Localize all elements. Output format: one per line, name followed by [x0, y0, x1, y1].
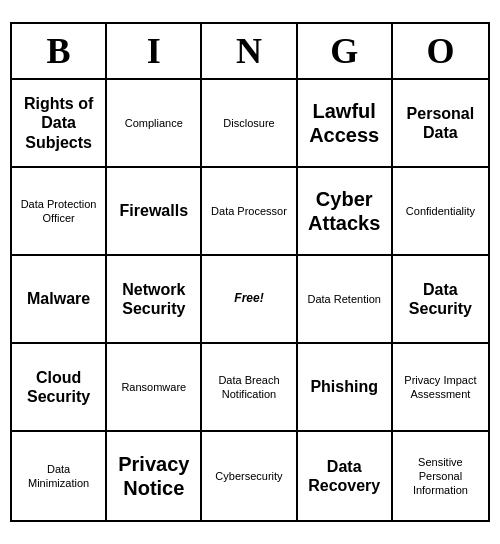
cell-label: Data Retention [308, 292, 381, 306]
cell-label: Data Protection Officer [16, 197, 101, 226]
bingo-cell: Ransomware [107, 344, 202, 432]
bingo-cell: Malware [12, 256, 107, 344]
cell-label: Lawful Access [302, 99, 387, 147]
bingo-cell: Disclosure [202, 80, 297, 168]
cell-label: Data Security [397, 280, 484, 318]
bingo-cell: Privacy Impact Assessment [393, 344, 488, 432]
bingo-card: BINGO Rights of Data SubjectsComplianceD… [10, 22, 490, 522]
bingo-cell: Rights of Data Subjects [12, 80, 107, 168]
bingo-cell: Data Recovery [298, 432, 393, 520]
bingo-cell: Data Protection Officer [12, 168, 107, 256]
bingo-cell: Cloud Security [12, 344, 107, 432]
bingo-cell: Network Security [107, 256, 202, 344]
bingo-cell: Personal Data [393, 80, 488, 168]
bingo-cell: Compliance [107, 80, 202, 168]
cell-label: Malware [27, 289, 90, 308]
header-letter: O [393, 24, 488, 78]
cell-label: Network Security [111, 280, 196, 318]
bingo-cell: Data Processor [202, 168, 297, 256]
cell-label: Data Processor [211, 204, 287, 218]
bingo-cell: Data Minimization [12, 432, 107, 520]
bingo-cell: Privacy Notice [107, 432, 202, 520]
bingo-cell: Free! [202, 256, 297, 344]
cell-label: Free! [234, 291, 263, 307]
cell-label: Compliance [125, 116, 183, 130]
cell-label: Privacy Notice [111, 452, 196, 500]
cell-label: Firewalls [120, 201, 188, 220]
cell-label: Data Minimization [16, 462, 101, 491]
header-letter: I [107, 24, 202, 78]
bingo-cell: Lawful Access [298, 80, 393, 168]
cell-label: Cloud Security [16, 368, 101, 406]
cell-label: Disclosure [223, 116, 274, 130]
bingo-cell: Data Retention [298, 256, 393, 344]
bingo-cell: Cyber Attacks [298, 168, 393, 256]
cell-label: Rights of Data Subjects [16, 94, 101, 152]
header-letter: G [298, 24, 393, 78]
cell-label: Personal Data [397, 104, 484, 142]
cell-label: Data Breach Notification [206, 373, 291, 402]
bingo-grid: Rights of Data SubjectsComplianceDisclos… [12, 80, 488, 520]
cell-label: Confidentiality [406, 204, 475, 218]
bingo-header: BINGO [12, 24, 488, 80]
bingo-cell: Phishing [298, 344, 393, 432]
bingo-cell: Firewalls [107, 168, 202, 256]
cell-label: Cybersecurity [215, 469, 282, 483]
bingo-cell: Sensitive Personal Information [393, 432, 488, 520]
bingo-cell: Data Breach Notification [202, 344, 297, 432]
bingo-cell: Data Security [393, 256, 488, 344]
bingo-cell: Confidentiality [393, 168, 488, 256]
cell-label: Ransomware [121, 380, 186, 394]
cell-label: Sensitive Personal Information [397, 455, 484, 498]
cell-label: Data Recovery [302, 457, 387, 495]
header-letter: B [12, 24, 107, 78]
header-letter: N [202, 24, 297, 78]
cell-label: Phishing [310, 377, 378, 396]
bingo-cell: Cybersecurity [202, 432, 297, 520]
cell-label: Privacy Impact Assessment [397, 373, 484, 402]
cell-label: Cyber Attacks [302, 187, 387, 235]
